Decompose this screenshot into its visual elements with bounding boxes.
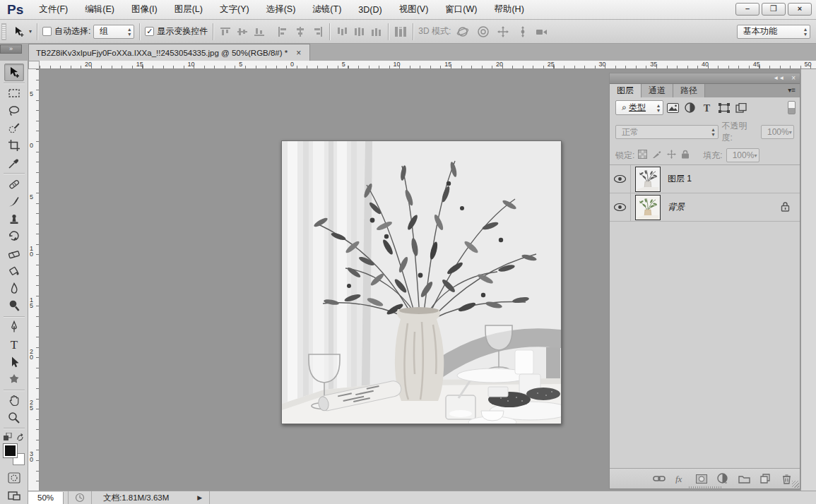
align-top-edges-icon[interactable] <box>218 25 232 39</box>
filter-smart-objects-icon[interactable] <box>733 100 748 115</box>
tool-blur[interactable] <box>4 280 24 297</box>
maximize-button[interactable]: ❒ <box>762 3 786 16</box>
tab-close-icon[interactable]: × <box>295 48 302 58</box>
tool-spot-healing-brush[interactable] <box>4 175 24 193</box>
lock-transparency-icon[interactable] <box>638 150 647 161</box>
tool-rectangular-marquee[interactable] <box>4 85 24 102</box>
link-layers-icon[interactable] <box>653 472 666 485</box>
menu-item-9[interactable]: 视图(V) <box>391 0 437 19</box>
filter-type-dropdown[interactable]: ⌕ 类型▴▾ <box>615 100 663 115</box>
menu-item-2[interactable]: 编辑(E) <box>76 0 123 19</box>
layer-thumbnail[interactable] <box>635 167 661 192</box>
align-right-edges-icon[interactable] <box>310 25 324 39</box>
3d-roll-icon[interactable] <box>476 25 490 39</box>
new-adjustment-layer-icon[interactable] <box>716 472 729 485</box>
foreground-color-swatch[interactable] <box>4 444 17 457</box>
new-group-icon[interactable] <box>738 472 750 485</box>
document-image[interactable] <box>281 140 562 424</box>
menu-item-1[interactable]: 文件(F) <box>30 0 76 19</box>
tool-dodge[interactable] <box>4 297 24 315</box>
align-horizontal-centers-icon[interactable] <box>293 25 307 39</box>
lock-pixels-icon[interactable] <box>652 150 662 161</box>
align-left-edges-icon[interactable] <box>276 25 290 39</box>
collapse-panels-icon[interactable]: ◄◄ <box>773 75 784 82</box>
minimize-button[interactable]: – <box>735 3 759 16</box>
delete-layer-icon[interactable] <box>780 472 793 485</box>
panel-menu-icon[interactable]: ▾≡ <box>788 86 796 94</box>
tool-hand[interactable] <box>4 392 24 409</box>
status-options-arrow[interactable]: ▶ <box>197 494 202 501</box>
add-mask-icon[interactable] <box>695 472 708 485</box>
color-swatches[interactable] <box>4 444 25 465</box>
filter-adjustment-layers-icon[interactable] <box>682 100 697 115</box>
3d-drag-icon[interactable] <box>496 25 510 39</box>
layer-thumbnail[interactable] <box>635 195 661 220</box>
menu-item-7[interactable]: 滤镜(T) <box>304 0 350 19</box>
tool-path-selection[interactable] <box>4 353 24 371</box>
tool-paint-bucket[interactable] <box>4 263 24 280</box>
vertical-ruler[interactable]: 5051015202530 <box>28 69 40 491</box>
panel-resize-grip[interactable] <box>792 481 799 488</box>
opacity-dropdown[interactable]: 100%▾ <box>761 125 794 139</box>
filter-toggle-switch[interactable] <box>788 101 796 114</box>
tool-clone-stamp[interactable] <box>4 210 24 228</box>
menu-item-10[interactable]: 窗口(W) <box>437 0 485 19</box>
menu-item-6[interactable]: 选择(S) <box>258 0 304 19</box>
tab-layers[interactable]: 图层 <box>610 84 641 97</box>
tool-preset-arrow-icon[interactable]: ▾ <box>29 28 32 35</box>
tool-move[interactable] <box>4 64 24 81</box>
canvas-area[interactable] <box>40 69 609 491</box>
layer-style-icon[interactable]: fx <box>674 472 687 485</box>
quick-mask-button[interactable] <box>4 469 24 487</box>
menu-item-4[interactable]: 图层(L) <box>166 0 211 19</box>
show-transform-checkbox[interactable]: ✓ <box>145 27 154 36</box>
auto-select-target-dropdown[interactable]: 组▴▾ <box>93 25 134 39</box>
options-grip[interactable] <box>1 23 6 40</box>
zoom-level-field[interactable]: 50% <box>28 492 64 504</box>
panel-close-icon[interactable]: × <box>791 75 796 82</box>
distribute-top-edges-icon[interactable] <box>335 25 349 39</box>
layer-row-background[interactable]: 背景 <box>610 193 800 222</box>
3d-scale-icon[interactable] <box>536 25 550 39</box>
menu-item-11[interactable]: 帮助(H) <box>485 0 532 19</box>
distribute-vertical-centers-icon[interactable] <box>352 25 366 39</box>
workspace-dropdown[interactable]: 基本功能▴▾ <box>737 25 810 39</box>
panel-drag-handle[interactable] <box>689 486 721 489</box>
horizontal-ruler[interactable]: 201510505101520253035404550 <box>40 61 816 69</box>
distribute-widths-icon[interactable] <box>394 25 408 39</box>
lock-all-icon[interactable] <box>681 150 690 161</box>
tool-zoom[interactable] <box>4 409 24 426</box>
tab-channels[interactable]: 通道 <box>641 84 673 97</box>
tool-custom-shape[interactable] <box>4 371 24 388</box>
filter-type-layers-icon[interactable]: T <box>699 100 714 115</box>
tool-history-brush[interactable] <box>4 227 24 245</box>
tool-pen[interactable] <box>4 318 24 336</box>
layer-row-1[interactable]: 图层 1 <box>610 165 800 193</box>
tab-paths[interactable]: 路径 <box>673 84 705 97</box>
visibility-toggle[interactable] <box>610 193 631 221</box>
menu-item-3[interactable]: 图像(I) <box>123 0 166 19</box>
3d-rotate-icon[interactable] <box>456 25 471 39</box>
tool-crop[interactable] <box>4 137 24 155</box>
align-bottom-edges-icon[interactable] <box>252 25 266 39</box>
tool-eraser[interactable] <box>4 245 24 263</box>
3d-slide-icon[interactable] <box>516 25 530 39</box>
layer-name[interactable]: 背景 <box>668 201 685 213</box>
menu-item-8[interactable]: 3D(D) <box>350 1 390 18</box>
fill-dropdown[interactable]: 100%▾ <box>726 148 759 162</box>
filter-shape-layers-icon[interactable] <box>716 100 731 115</box>
document-tab[interactable]: TB2Z8iKv3xIpuFjy0FoXXa.IXXa_!!2453054335… <box>28 44 310 61</box>
auto-select-checkbox[interactable] <box>42 27 52 36</box>
filter-pixel-layers-icon[interactable] <box>666 100 680 115</box>
tool-eyedropper[interactable] <box>4 155 24 172</box>
visibility-toggle[interactable] <box>610 165 631 193</box>
close-button[interactable]: × <box>788 3 812 16</box>
swap-colors-icon[interactable] <box>4 433 25 442</box>
tool-lasso[interactable] <box>4 102 24 119</box>
align-vertical-centers-icon[interactable] <box>235 25 249 39</box>
blend-mode-dropdown[interactable]: 正常▴▾ <box>615 125 719 139</box>
tool-brush[interactable] <box>4 193 24 210</box>
distribute-bottom-edges-icon[interactable] <box>369 25 383 39</box>
toolbar-collapse-chip[interactable]: » <box>0 44 22 54</box>
screen-mode-button[interactable] <box>4 486 24 504</box>
